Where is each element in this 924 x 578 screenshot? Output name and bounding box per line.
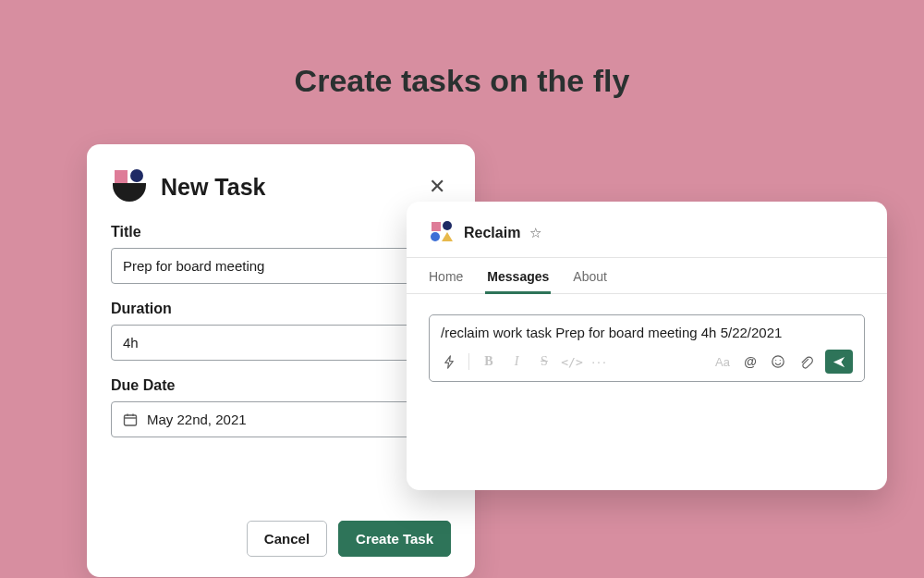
slack-tabs: Home Messages About (407, 257, 887, 294)
svg-rect-0 (125, 415, 137, 425)
send-button[interactable] (825, 350, 853, 374)
code-icon[interactable]: </> (564, 353, 580, 370)
cancel-button[interactable]: Cancel (247, 521, 327, 557)
due-date-input[interactable]: May 22nd, 2021 (111, 401, 451, 437)
slack-app-name: Reclaim (464, 225, 520, 241)
more-icon[interactable]: ··· (591, 353, 608, 370)
mention-icon[interactable]: @ (742, 353, 759, 370)
title-input[interactable]: Prep for board meeting (111, 248, 451, 284)
duration-input-value: 4h (123, 335, 139, 350)
tab-about[interactable]: About (573, 258, 607, 293)
modal-header: New Task ✕ (111, 168, 451, 205)
emoji-icon[interactable] (770, 353, 786, 370)
create-task-button[interactable]: Create Task (338, 521, 451, 557)
strikethrough-icon[interactable]: S (536, 353, 553, 370)
hero-title: Create tasks on the fly (0, 63, 924, 99)
close-icon[interactable]: ✕ (423, 173, 451, 201)
title-label: Title (111, 224, 451, 240)
due-date-input-value: May 22nd, 2021 (147, 412, 247, 427)
composer-text[interactable]: /reclaim work task Prep for board meetin… (441, 325, 853, 340)
reclaim-app-icon (429, 220, 455, 246)
bold-icon[interactable]: B (480, 353, 497, 370)
modal-title: New Task (161, 174, 410, 201)
star-icon[interactable]: ☆ (529, 225, 541, 241)
composer-wrap: /reclaim work task Prep for board meetin… (407, 294, 887, 382)
composer-toolbar: B I S </> ··· Aa @ (441, 350, 853, 374)
attachment-icon[interactable] (797, 353, 814, 370)
svg-point-4 (772, 356, 784, 367)
svg-point-6 (780, 360, 781, 361)
title-input-value: Prep for board meeting (123, 258, 264, 274)
slack-header: Reclaim ☆ (407, 220, 887, 257)
lightning-icon[interactable] (441, 353, 457, 370)
message-composer[interactable]: /reclaim work task Prep for board meetin… (429, 314, 865, 382)
duration-label: Duration (111, 301, 451, 317)
calendar-icon (123, 412, 138, 427)
modal-button-row: Cancel Create Task (247, 521, 451, 557)
duration-input[interactable]: 4h (111, 325, 451, 361)
reclaim-logo-icon (111, 168, 148, 205)
font-icon[interactable]: Aa (714, 353, 731, 370)
svg-point-5 (775, 360, 776, 361)
toolbar-separator (468, 353, 469, 370)
tab-messages[interactable]: Messages (487, 258, 549, 293)
due-date-label: Due Date (111, 377, 451, 394)
slack-panel: Reclaim ☆ Home Messages About /reclaim w… (407, 202, 887, 490)
tab-home[interactable]: Home (429, 258, 463, 293)
italic-icon[interactable]: I (508, 353, 525, 370)
